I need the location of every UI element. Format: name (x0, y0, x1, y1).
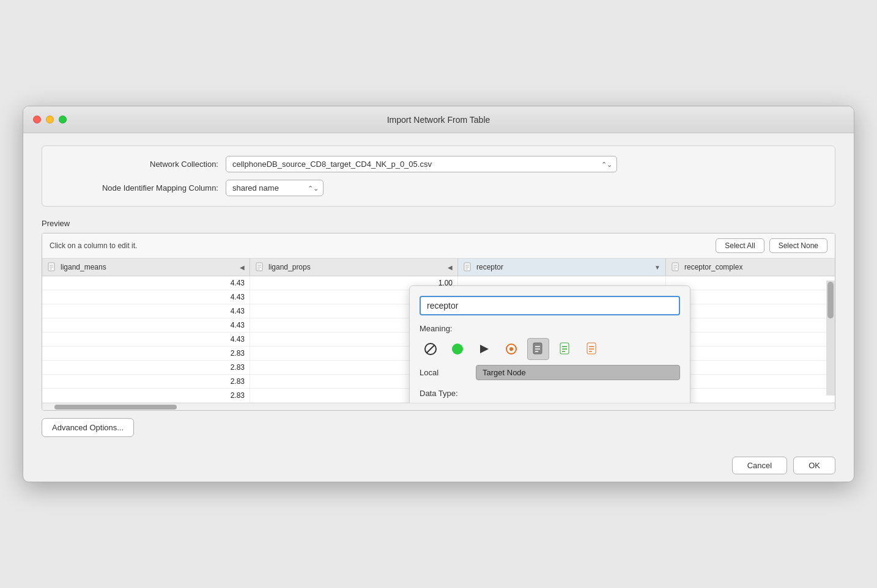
cell-ligand-means-3: 4.43 (42, 304, 250, 318)
meaning-icons-row (420, 338, 680, 360)
window-content: Network Collection: cellphoneDB_source_C… (23, 133, 854, 449)
cell-ligand-means-8: 2.83 (42, 375, 250, 388)
select-all-button[interactable]: Select All (716, 238, 764, 253)
cell-receptor-complex-1 (666, 276, 835, 290)
cell-ligand-means-7: 2.83 (42, 361, 250, 374)
network-collection-select-wrapper: cellphoneDB_source_CD8_target_CD4_NK_p_0… (226, 156, 617, 172)
target-node-label: Target Node (483, 368, 526, 377)
col-name-receptor: receptor (476, 263, 651, 271)
column-doc-icon-3 (463, 262, 473, 272)
close-button[interactable] (33, 116, 41, 123)
cell-receptor-complex-7 (666, 361, 835, 374)
col-arrow-ligand-means[interactable]: ◀ (240, 264, 245, 271)
column-edit-popup: Meaning: (409, 285, 690, 403)
cell-receptor-complex-8 (666, 375, 835, 388)
cell-receptor-complex-6 (666, 347, 835, 360)
svg-rect-23 (533, 343, 542, 354)
meaning-label: Meaning: (420, 324, 680, 333)
cell-ligand-means-1: 4.43 (42, 276, 250, 290)
node-identifier-select[interactable]: shared name (226, 180, 324, 196)
meaning-doc-gray-button[interactable] (527, 338, 549, 360)
cell-receptor-complex-9 (666, 389, 835, 402)
cell-ligand-means-2: 4.43 (42, 290, 250, 304)
target-node-badge: Target Node (476, 365, 680, 380)
advanced-options-button[interactable]: Advanced Options... (42, 418, 134, 437)
meaning-doc-green-button[interactable] (554, 338, 576, 360)
ok-button[interactable]: OK (793, 457, 835, 474)
doc-gray-icon (532, 342, 544, 356)
meaning-doc-orange-button[interactable] (581, 338, 603, 360)
target-circle-icon (505, 342, 518, 356)
main-window: Import Network From Table Network Collec… (23, 106, 854, 482)
network-collection-row: Network Collection: cellphoneDB_source_C… (54, 156, 823, 172)
horizontal-scrollbar-thumb (54, 405, 177, 410)
svg-point-22 (509, 347, 513, 351)
table-area: ligand_means ◀ ligand_props ◀ (42, 259, 835, 403)
doc-green-icon (559, 342, 571, 356)
minimize-button[interactable] (46, 116, 54, 123)
meaning-none-button[interactable] (420, 338, 442, 360)
none-icon (423, 342, 438, 356)
cell-receptor-complex-3 (666, 304, 835, 318)
doc-orange-icon (586, 342, 598, 356)
form-section: Network Collection: cellphoneDB_source_C… (42, 145, 835, 207)
table-header: ligand_means ◀ ligand_props ◀ (42, 259, 835, 276)
col-arrow-ligand-props[interactable]: ◀ (448, 264, 453, 271)
svg-marker-20 (480, 345, 489, 353)
datatype-label: Data Type: (420, 389, 680, 398)
cell-ligand-means-9: 2.83 (42, 389, 250, 402)
cell-ligand-means-5: 4.43 (42, 333, 250, 346)
svg-rect-27 (560, 343, 569, 354)
preview-container: Click on a column to edit it. Select All… (42, 233, 835, 411)
vertical-scrollbar[interactable] (826, 281, 835, 395)
source-node-icon (451, 342, 464, 356)
col-header-receptor-complex[interactable]: receptor_complex ◀ (666, 259, 835, 276)
node-identifier-label: Node Identifier Mapping Column: (54, 183, 226, 193)
col-name-ligand-props: ligand_props (268, 263, 444, 271)
column-doc-icon-4 (671, 262, 681, 272)
meaning-source-node-button[interactable] (446, 338, 468, 360)
select-none-button[interactable]: Select None (769, 238, 827, 253)
cell-receptor-complex-4 (666, 318, 835, 332)
window-title: Import Network From Table (387, 115, 490, 125)
svg-point-19 (452, 344, 463, 355)
meaning-edge-button[interactable] (473, 338, 495, 360)
col-header-receptor[interactable]: receptor ▼ (458, 259, 666, 276)
preview-hint: Click on a column to edit it. (50, 241, 137, 250)
traffic-lights (33, 116, 67, 123)
node-identifier-select-wrapper: shared name ⌃⌄ (226, 180, 324, 196)
meaning-local-row: Local Target Node (420, 365, 680, 380)
col-name-receptor-complex: receptor_complex (684, 263, 835, 271)
column-name-input[interactable] (420, 296, 680, 315)
cell-receptor-complex-5 (666, 333, 835, 346)
column-doc-icon-2 (255, 262, 265, 272)
svg-rect-31 (587, 343, 596, 354)
cell-ligand-means-6: 2.83 (42, 347, 250, 360)
local-label: Local (420, 368, 468, 377)
column-doc-icon (47, 262, 57, 272)
edge-icon (478, 342, 491, 356)
meaning-target-circle-button[interactable] (500, 338, 522, 360)
svg-line-18 (427, 345, 434, 353)
cancel-button[interactable]: Cancel (732, 457, 787, 474)
horizontal-scrollbar[interactable] (42, 403, 835, 410)
col-header-ligand-means[interactable]: ligand_means ◀ (42, 259, 250, 276)
cell-ligand-means-4: 4.43 (42, 318, 250, 332)
col-arrow-receptor[interactable]: ▼ (654, 264, 661, 271)
cell-receptor-complex-2 (666, 290, 835, 304)
preview-toolbar: Click on a column to edit it. Select All… (42, 233, 835, 259)
preview-label: Preview (42, 219, 835, 228)
preview-buttons: Select All Select None (716, 238, 827, 253)
node-identifier-row: Node Identifier Mapping Column: shared n… (54, 180, 823, 196)
maximize-button[interactable] (59, 116, 67, 123)
bottom-bar: Cancel OK (23, 449, 854, 482)
network-collection-label: Network Collection: (54, 160, 226, 169)
vertical-scrollbar-thumb (827, 282, 834, 318)
col-header-ligand-props[interactable]: ligand_props ◀ (250, 259, 458, 276)
titlebar: Import Network From Table (23, 106, 854, 133)
col-name-ligand-means: ligand_means (61, 263, 236, 271)
network-collection-select[interactable]: cellphoneDB_source_CD8_target_CD4_NK_p_0… (226, 156, 617, 172)
